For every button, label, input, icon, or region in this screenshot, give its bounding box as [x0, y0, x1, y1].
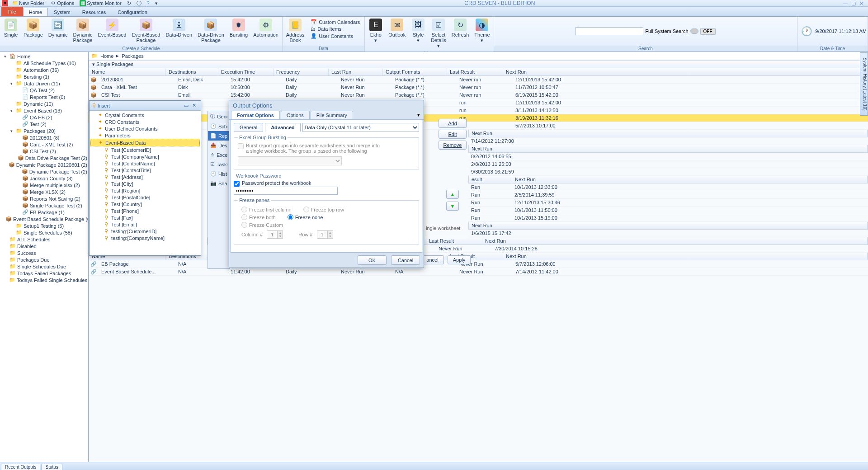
custom-calendars-button[interactable]: 📅Custom Calendars: [309, 19, 362, 25]
column-header[interactable]: Next Run: [469, 130, 868, 137]
tree-node[interactable]: 📁Todays Failed Packages: [0, 270, 88, 277]
table-row[interactable]: Run10/1/2013 12:33:00: [468, 183, 868, 191]
tab-system[interactable]: System: [48, 8, 76, 16]
insert-min-icon[interactable]: ▭: [182, 103, 190, 108]
wizard-step[interactable]: ☑Tasks: [208, 160, 230, 169]
qat-icon-1[interactable]: ↻: [125, 0, 133, 6]
remove-button[interactable]: Remove: [439, 141, 467, 150]
column-header[interactable]: Next Run: [482, 237, 868, 244]
insert-close-icon[interactable]: ✕: [190, 103, 198, 108]
password-protect-checkbox[interactable]: [234, 181, 240, 187]
tab-file-summary[interactable]: File Summary: [311, 111, 353, 119]
maximize-button[interactable]: ▢: [851, 0, 856, 6]
breadcrumb-packages[interactable]: Packages: [122, 53, 143, 59]
tab-resources[interactable]: Resources: [76, 8, 112, 16]
user-constants-button[interactable]: 👤User Constants: [309, 33, 362, 39]
system-history-tab[interactable]: System History (Latest 10): [860, 52, 868, 116]
tab-home[interactable]: Home: [23, 8, 48, 16]
select-details-button[interactable]: ☑Select Details▾: [428, 18, 449, 50]
style-button[interactable]: 🖼Style▾: [408, 18, 428, 44]
move-down-button[interactable]: ▼: [446, 202, 459, 211]
dynamic-button[interactable]: 🔄Dynamic: [46, 18, 71, 38]
password-input[interactable]: [234, 187, 338, 195]
column-header[interactable]: Next Run: [469, 222, 868, 229]
move-up-button[interactable]: ▲: [446, 190, 459, 199]
insert-item[interactable]: ✦CRD Constants: [90, 118, 200, 125]
column-header[interactable]: Next Run: [503, 68, 868, 75]
tree-node[interactable]: 🔗EB Package (1): [0, 209, 88, 216]
add-button[interactable]: Add: [439, 119, 467, 128]
package-button[interactable]: 📦Package: [21, 18, 46, 38]
tree-node[interactable]: 📦Dynamic Package 20120801 (2): [0, 161, 88, 168]
tree-node[interactable]: 📁Success: [0, 249, 88, 256]
event-based-package-button[interactable]: 📦Event-Based Package: [129, 18, 163, 44]
column-header[interactable]: Frequency: [274, 68, 329, 75]
subtab-advanced[interactable]: Advanced: [265, 123, 301, 132]
close-button[interactable]: ✕: [859, 0, 863, 6]
search-toggle-switch[interactable]: [690, 28, 698, 34]
new-folder-button[interactable]: 📁New Folder: [10, 0, 46, 6]
tab-dropdown-icon[interactable]: ▾: [414, 111, 424, 119]
tree-node[interactable]: 📁Single Schedules Due: [0, 263, 88, 270]
table-row[interactable]: 📦20120801Email, Disk15:42:00DailyNever R…: [89, 76, 868, 84]
insert-item[interactable]: ✦Parameters: [90, 132, 200, 139]
wizard-cancel-button[interactable]: ancel: [421, 255, 444, 264]
folder-tree[interactable]: ▾🏠Home📁All Schedule Types (10)📁Automatio…: [0, 52, 89, 462]
table-row[interactable]: 📦CSI TestEmail15:42:00DailyNever RunPack…: [89, 91, 868, 99]
tree-node[interactable]: 🔗Test (2): [0, 121, 88, 127]
burst-group-select[interactable]: [238, 156, 342, 165]
tree-node[interactable]: 📦Data Drive Package Test (2): [0, 155, 88, 161]
column-header[interactable]: Last Run: [329, 68, 383, 75]
table-row[interactable]: Run10/1/2013 15:19:00: [468, 214, 868, 222]
wizard-step[interactable]: 📷Snapsh: [208, 179, 230, 188]
single-button[interactable]: 📄Single: [1, 18, 21, 38]
table-row[interactable]: 9/30/2013 16:21:59: [468, 168, 868, 176]
column-header[interactable]: Execution Time: [218, 68, 274, 75]
column-header[interactable]: Last Result: [447, 68, 503, 75]
qat-icon-3[interactable]: ?: [145, 0, 151, 6]
column-header[interactable]: Next Run: [512, 176, 868, 183]
edit-button[interactable]: Edit: [439, 130, 467, 139]
table-row[interactable]: 📦run3/11/2013 14:12:50: [89, 107, 868, 114]
wizard-step[interactable]: 🕐Schedu: [208, 122, 230, 131]
table-row[interactable]: Run12/11/2013 15:30:46: [468, 199, 868, 207]
tree-node[interactable]: 📁Bursting (1): [0, 73, 88, 80]
wizard-step[interactable]: 📤Destin: [208, 141, 230, 150]
table-row[interactable]: 📦run3/19/2013 11:32:16: [89, 114, 868, 122]
options-button[interactable]: ⚙Options: [48, 0, 76, 6]
grid-group-header[interactable]: ▾Single Packages: [89, 60, 868, 68]
bursting-button[interactable]: ✹Bursting: [227, 18, 250, 38]
ekho-button[interactable]: EEkho▾: [366, 18, 386, 44]
search-input[interactable]: [576, 27, 643, 35]
insert-item[interactable]: ⚲Test:[PostalCode]: [90, 194, 200, 201]
dynamic-package-button[interactable]: 📦Dynamic Package: [71, 18, 95, 44]
tree-node[interactable]: 📦Event Based Schedule Package (0): [0, 216, 88, 222]
insert-item[interactable]: ⚲testing:[CompanyName]: [90, 235, 200, 241]
row-spinner[interactable]: ▲▼: [317, 230, 333, 239]
tree-node[interactable]: 📁Setup1 Testing (5): [0, 222, 88, 229]
column-header[interactable]: Name: [89, 68, 166, 75]
tree-node[interactable]: 📁Packages Due: [0, 256, 88, 263]
tree-node[interactable]: 📦20120801 (8): [0, 134, 88, 141]
tree-node[interactable]: 📦Single Package Test (2): [0, 202, 88, 209]
ok-button[interactable]: OK: [358, 255, 387, 265]
wizard-step[interactable]: 🕘History: [208, 169, 230, 179]
qat-more[interactable]: ▾: [153, 0, 160, 6]
tree-node[interactable]: 📁Disabled: [0, 243, 88, 249]
tab-configuration[interactable]: Configuration: [112, 8, 153, 16]
tree-node[interactable]: 📦Reports Not Saving (2): [0, 195, 88, 202]
insert-item[interactable]: ⚲Test:[Address]: [90, 174, 200, 180]
tree-node[interactable]: ▾🏠Home: [0, 53, 88, 60]
tree-node[interactable]: ▾📁Event Based (13): [0, 107, 88, 114]
tree-node[interactable]: 📦Cara - XML Test (2): [0, 141, 88, 148]
insert-item[interactable]: ✦User Defined Constants: [90, 125, 200, 132]
col-spinner[interactable]: ▲▼: [267, 230, 283, 239]
insert-item[interactable]: ⚲Test:[CompanyName]: [90, 153, 200, 160]
table-row[interactable]: 8/2/2012 14:06:55: [468, 153, 868, 160]
column-header[interactable]: Destinations: [166, 68, 218, 75]
cancel-button[interactable]: Cancel: [391, 255, 420, 265]
insert-item[interactable]: ⚲Test:[City]: [90, 180, 200, 187]
tree-node[interactable]: 📦CSI Test (2): [0, 148, 88, 155]
insert-item[interactable]: ✦Event-Based Data: [90, 139, 200, 146]
qat-icon-2[interactable]: ⓘ: [135, 0, 143, 7]
